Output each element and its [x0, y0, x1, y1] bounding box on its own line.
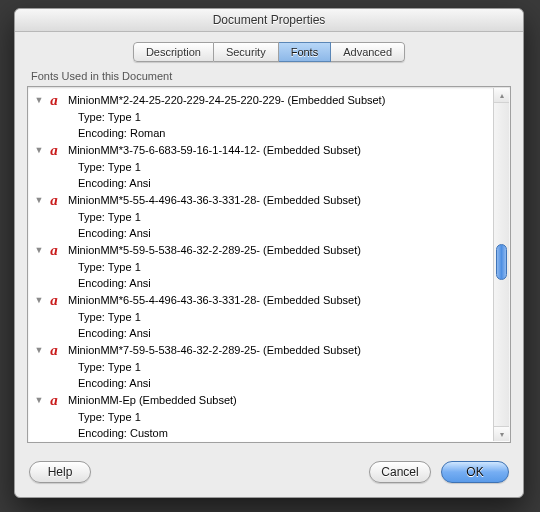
- font-name-label: MinionMM*7-59-5-538-46-32-2-289-25- (Emb…: [68, 344, 361, 356]
- font-name-label: MinionMM*5-55-4-496-43-36-3-331-28- (Emb…: [68, 194, 361, 206]
- font-type-label: Type: Type 1: [30, 359, 494, 375]
- font-encoding-label: Encoding: Ansi: [30, 325, 494, 341]
- button-row: Help Cancel OK: [15, 451, 523, 497]
- scroll-thumb[interactable]: [496, 244, 507, 280]
- font-glyph-icon: a: [46, 441, 62, 443]
- font-name-label: MinionMM*3-75-6-683-59-16-1-144-12- (Emb…: [68, 144, 361, 156]
- font-glyph-icon: a: [46, 242, 62, 258]
- tabs-row: DescriptionSecurityFontsAdvanced: [15, 32, 523, 70]
- tab-fonts[interactable]: Fonts: [279, 42, 332, 62]
- font-glyph-icon: a: [46, 142, 62, 158]
- font-row[interactable]: ▼aMinionMM*5-59-5-538-46-32-2-289-25- (E…: [30, 241, 494, 259]
- font-row[interactable]: ▼aMinionMM*2-24-25-220-229-24-25-220-229…: [30, 91, 494, 109]
- font-encoding-label: Encoding: Roman: [30, 125, 494, 141]
- font-glyph-icon: a: [46, 292, 62, 308]
- font-row[interactable]: ▼aMinionMM*7-59-5-538-46-32-2-289-25- (E…: [30, 341, 494, 359]
- font-name-label: MinionMM*6-55-4-496-43-36-3-331-28- (Emb…: [68, 294, 361, 306]
- font-encoding-label: Encoding: Ansi: [30, 275, 494, 291]
- disclosure-triangle-icon[interactable]: ▼: [34, 395, 44, 405]
- font-type-label: Type: Type 1: [30, 409, 494, 425]
- scroll-up-button[interactable]: ▴: [494, 88, 509, 103]
- font-row[interactable]: ▼aMinionMM*6-55-4-496-43-36-3-331-28- (E…: [30, 291, 494, 309]
- font-type-label: Type: Type 1: [30, 259, 494, 275]
- font-row[interactable]: ▼aMinionMM-Ep (Embedded Subset): [30, 391, 494, 409]
- font-type-label: Type: Type 1: [30, 209, 494, 225]
- disclosure-triangle-icon[interactable]: ▼: [34, 245, 44, 255]
- scroll-down-button[interactable]: ▾: [494, 426, 509, 441]
- fonts-group: Fonts Used in this Document ▼aMinionMM*2…: [27, 70, 511, 443]
- font-glyph-icon: a: [46, 192, 62, 208]
- disclosure-triangle-icon[interactable]: ▼: [34, 145, 44, 155]
- font-glyph-icon: a: [46, 392, 62, 408]
- font-row-partial[interactable]: ▼aMinionMM-Sq1*1-24-25-220-229-24-25-220…: [30, 441, 494, 443]
- help-button[interactable]: Help: [29, 461, 91, 483]
- disclosure-triangle-icon[interactable]: ▼: [34, 295, 44, 305]
- font-type-label: Type: Type 1: [30, 309, 494, 325]
- font-encoding-label: Encoding: Ansi: [30, 375, 494, 391]
- font-encoding-label: Encoding: Ansi: [30, 225, 494, 241]
- segmented-tabs: DescriptionSecurityFontsAdvanced: [133, 42, 405, 62]
- font-glyph-icon: a: [46, 342, 62, 358]
- font-row[interactable]: ▼aMinionMM*3-75-6-683-59-16-1-144-12- (E…: [30, 141, 494, 159]
- font-glyph-icon: a: [46, 92, 62, 108]
- disclosure-triangle-icon[interactable]: ▼: [34, 95, 44, 105]
- ok-button[interactable]: OK: [441, 461, 509, 483]
- font-name-label: MinionMM*2-24-25-220-229-24-25-220-229- …: [68, 94, 385, 106]
- tab-security[interactable]: Security: [214, 42, 279, 62]
- font-encoding-label: Encoding: Ansi: [30, 175, 494, 191]
- font-name-label: MinionMM*5-59-5-538-46-32-2-289-25- (Emb…: [68, 244, 361, 256]
- font-encoding-label: Encoding: Custom: [30, 425, 494, 441]
- disclosure-triangle-icon[interactable]: ▼: [34, 345, 44, 355]
- cancel-button[interactable]: Cancel: [369, 461, 431, 483]
- font-type-label: Type: Type 1: [30, 109, 494, 125]
- font-row[interactable]: ▼aMinionMM*5-55-4-496-43-36-3-331-28- (E…: [30, 191, 494, 209]
- dialog-window: Document Properties DescriptionSecurityF…: [14, 8, 524, 498]
- tab-advanced[interactable]: Advanced: [331, 42, 405, 62]
- disclosure-triangle-icon[interactable]: ▼: [34, 195, 44, 205]
- fonts-list-inner: ▼aMinionMM*2-24-25-220-229-24-25-220-229…: [28, 87, 494, 443]
- tab-description[interactable]: Description: [133, 42, 214, 62]
- font-name-label: MinionMM-Ep (Embedded Subset): [68, 394, 237, 406]
- scrollbar-vertical[interactable]: ▴ ▾: [493, 88, 509, 441]
- fonts-listbox[interactable]: ▼aMinionMM*2-24-25-220-229-24-25-220-229…: [27, 86, 511, 443]
- group-label: Fonts Used in this Document: [27, 70, 511, 86]
- window-title: Document Properties: [15, 9, 523, 32]
- font-type-label: Type: Type 1: [30, 159, 494, 175]
